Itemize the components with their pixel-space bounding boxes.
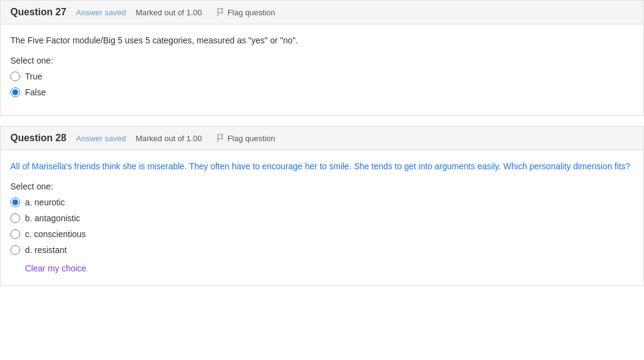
question-block-q27: Question 27Answer savedMarked out of 1.0… — [0, 0, 644, 116]
answer-status-q27: Answer saved — [76, 8, 126, 17]
flag-label-q28: Flag question — [228, 134, 275, 143]
clear-choice-button-q28[interactable]: Clear my choice — [25, 263, 86, 273]
radio-input-q28_a[interactable] — [10, 197, 20, 207]
radio-label-q28_c[interactable]: c. conscientious — [25, 229, 86, 239]
radio-option-q27_a[interactable]: True — [10, 72, 634, 81]
question-title-q27: Question 27 — [10, 7, 67, 18]
question-text-highlight: All of Marisella's friends think she is … — [10, 161, 630, 171]
flag-icon — [217, 134, 225, 142]
radio-input-q27_a[interactable] — [10, 72, 20, 81]
radio-label-q27_b[interactable]: False — [25, 87, 46, 97]
flag-label-q27: Flag question — [228, 8, 275, 17]
flag-question-button-q28[interactable]: Flag question — [217, 134, 275, 143]
radio-input-q27_b[interactable] — [10, 87, 20, 97]
radio-option-q28_c[interactable]: c. conscientious — [10, 229, 634, 239]
question-body-q27: The Five Factor module/Big 5 uses 5 cate… — [1, 24, 643, 116]
question-title-q28: Question 28 — [10, 133, 67, 144]
radio-option-q28_a[interactable]: a. neurotic — [10, 197, 634, 207]
select-one-label-q28: Select one: — [10, 182, 634, 191]
flag-icon — [217, 8, 225, 17]
marked-out-q28: Marked out of 1.00 — [136, 134, 201, 143]
question-text-q28: All of Marisella's friends think she is … — [10, 160, 634, 173]
flag-question-button-q27[interactable]: Flag question — [217, 8, 275, 17]
question-body-q28: All of Marisella's friends think she is … — [1, 150, 643, 285]
radio-label-q27_a[interactable]: True — [25, 72, 42, 81]
radio-input-q28_b[interactable] — [10, 213, 20, 223]
radio-input-q28_d[interactable] — [10, 245, 20, 255]
select-one-label-q27: Select one: — [10, 56, 634, 65]
radio-input-q28_c[interactable] — [10, 229, 20, 239]
question-header-q27: Question 27Answer savedMarked out of 1.0… — [1, 1, 643, 24]
radio-label-q28_d[interactable]: d. resistant — [25, 245, 67, 255]
question-header-q28: Question 28Answer savedMarked out of 1.0… — [1, 127, 643, 150]
radio-option-q27_b[interactable]: False — [10, 87, 634, 97]
question-text-q27: The Five Factor module/Big 5 uses 5 cate… — [10, 34, 634, 47]
radio-option-q28_d[interactable]: d. resistant — [10, 245, 634, 255]
radio-option-q28_b[interactable]: b. antagonistic — [10, 213, 634, 223]
radio-label-q28_b[interactable]: b. antagonistic — [25, 213, 80, 223]
marked-out-q27: Marked out of 1.00 — [136, 8, 201, 17]
question-block-q28: Question 28Answer savedMarked out of 1.0… — [0, 126, 644, 286]
radio-label-q28_a[interactable]: a. neurotic — [25, 197, 65, 207]
answer-status-q28: Answer saved — [76, 134, 126, 143]
